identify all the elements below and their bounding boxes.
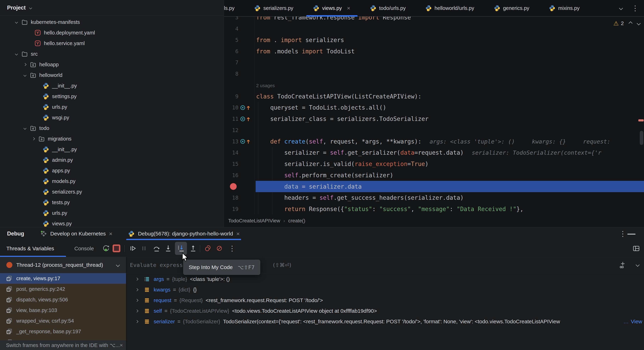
tree-item-hello-deployment-yaml[interactable]: hello.deployment.yaml xyxy=(0,27,224,38)
tree-item-models-py[interactable]: models.py xyxy=(0,176,224,186)
frame-row[interactable]: create, views.py:17 xyxy=(0,273,126,284)
add-watch-icon[interactable] xyxy=(618,261,627,269)
hide-tool-window-icon[interactable] xyxy=(627,234,636,235)
view-link[interactable]: View xyxy=(631,319,642,324)
next-problem-icon[interactable] xyxy=(637,21,641,25)
editor-tab-mixins-py[interactable]: mixins.py xyxy=(539,0,589,16)
line-number[interactable]: 5 xyxy=(224,37,238,43)
tree-item-serializers-py[interactable]: serializers.py xyxy=(0,186,224,197)
code-text[interactable]: self.perform_create(serializer) xyxy=(256,172,644,179)
line-number[interactable]: 3 xyxy=(224,16,238,20)
code-text[interactable]: class TodoCreateListAPIView(ListCreateAP… xyxy=(256,93,644,100)
code-line-12[interactable]: 12 xyxy=(224,125,644,136)
frame-row[interactable]: post, generics.py:242 xyxy=(0,284,126,294)
code-line-13[interactable]: 13 def create(self, request, *args, **kw… xyxy=(224,136,644,147)
chevron-down-icon[interactable] xyxy=(22,127,28,129)
code-line-3[interactable]: 3from rest_framework.response import Res… xyxy=(224,16,644,23)
code-editor[interactable]: 3from rest_framework.response import Res… xyxy=(224,16,644,214)
code-line-18[interactable]: 18 headers = self.get_success_headers(se… xyxy=(224,192,644,203)
chevron-right-icon[interactable] xyxy=(134,278,139,280)
tree-item-helloworld[interactable]: helloworld xyxy=(0,70,224,80)
frame-row[interactable] xyxy=(0,337,126,340)
pause-button[interactable] xyxy=(138,243,150,254)
line-number[interactable]: 12 xyxy=(224,127,238,133)
code-text[interactable]: from rest_framework.response import Resp… xyxy=(256,16,644,21)
code-line-9[interactable]: 9class TodoCreateListAPIView(ListCreateA… xyxy=(224,91,644,102)
frame-row[interactable]: dispatch, views.py:506 xyxy=(0,294,126,305)
editor-tab-helloworld-urls-py[interactable]: helloworld/urls.py xyxy=(416,0,484,16)
chevron-right-icon[interactable] xyxy=(134,310,139,312)
chevron-down-icon[interactable] xyxy=(22,74,28,76)
debug-toolbar-more-icon[interactable]: ⋮ xyxy=(226,243,238,254)
tree-item--init-py[interactable]: __init__.py xyxy=(0,144,224,155)
close-icon[interactable]: × xyxy=(109,231,112,237)
tree-item-todo[interactable]: todo xyxy=(0,123,224,134)
line-number[interactable]: 19 xyxy=(224,206,238,212)
tree-item--init-py[interactable]: __init__.py xyxy=(0,80,224,91)
code-text[interactable]: queryset = TodoList.objects.all() xyxy=(256,104,644,111)
line-number[interactable]: 15 xyxy=(224,161,238,167)
watched-value-gutter-icon[interactable] xyxy=(240,116,251,122)
code-text[interactable]: headers = self.get_success_headers(seria… xyxy=(256,194,644,201)
code-line-10[interactable]: 10 queryset = TodoList.objects.all() xyxy=(224,102,644,113)
tree-item-apps-py[interactable]: apps.py xyxy=(0,165,224,176)
chevron-right-icon[interactable] xyxy=(134,321,139,323)
stop-button[interactable] xyxy=(111,243,122,254)
chevron-right-icon[interactable] xyxy=(31,138,36,140)
code-line-14[interactable]: 14 serializer = self.get_serializer(data… xyxy=(224,147,644,158)
tab-list-chevron-down-icon[interactable] xyxy=(619,6,623,10)
previous-problem-icon[interactable] xyxy=(628,21,633,25)
tree-item-urls-py[interactable]: urls.py xyxy=(0,208,224,218)
usages-label[interactable]: 2 usages xyxy=(256,82,644,89)
code-line-6[interactable]: 6from .models import TodoList xyxy=(224,46,644,57)
editor-tab-serializers-py[interactable]: serializers.py xyxy=(244,0,303,16)
tree-item-kubernetes-manifests[interactable]: kubernetes-manifests xyxy=(0,17,224,27)
chevron-down-icon[interactable] xyxy=(116,263,120,267)
debug-tab-debug-5678-django-python-hello-world[interactable]: Debug(5678): django-python-hello-world× xyxy=(128,227,240,240)
line-number[interactable]: 8 xyxy=(224,71,238,77)
tree-item-hello-service-yaml[interactable]: hello.service.yaml xyxy=(0,38,224,49)
breakpoint-icon[interactable] xyxy=(230,183,237,190)
step-over-button[interactable] xyxy=(151,243,162,254)
chevron-down-icon[interactable] xyxy=(29,6,32,9)
debug-tab-develop-on-kubernetes[interactable]: Develop on Kubernetes× xyxy=(40,227,112,240)
resume-button[interactable] xyxy=(127,243,138,254)
code-text[interactable]: return Response({"status": "success", "m… xyxy=(256,205,644,212)
code-text[interactable]: serializer = self.get_serializer(data=re… xyxy=(256,149,644,156)
variable-row-self[interactable]: self={TodoCreateListAPIView}<todo.views.… xyxy=(126,306,644,316)
editor-more-options-icon[interactable]: ⋮ xyxy=(632,4,639,12)
code-line-19[interactable]: 19 return Response({"status": "success",… xyxy=(224,203,644,214)
code-line-5[interactable]: 5from . import serializers xyxy=(224,34,644,46)
step-out-button[interactable] xyxy=(188,243,199,254)
frame-row[interactable]: _get_response, base.py:197 xyxy=(0,326,126,337)
line-number[interactable]: 4 xyxy=(224,26,238,32)
editor-tab-todo-urls-py[interactable]: todo/urls.py xyxy=(360,0,416,16)
editor-tab-generics-py[interactable]: generics.py xyxy=(484,0,539,16)
variable-row-args[interactable]: args={tuple}<class 'tuple'>: () xyxy=(126,274,644,284)
tree-item-admin-py[interactable]: admin.py xyxy=(0,155,224,165)
usages-row[interactable]: 2 usages xyxy=(224,80,644,91)
code-text[interactable]: def create(self, request, *args, **kwarg… xyxy=(256,138,644,145)
thread-selector[interactable]: Thread-12 (process_request_thread) xyxy=(0,257,126,273)
tree-item-settings-py[interactable]: settings.py xyxy=(0,91,224,102)
close-icon[interactable]: × xyxy=(120,343,123,348)
editor-tab-views-py[interactable]: views.py× xyxy=(303,0,360,16)
tab-threads-variables[interactable]: Threads & Variables xyxy=(6,246,54,252)
chevron-right-icon[interactable] xyxy=(134,299,139,301)
code-line-15[interactable]: 15 serializer.is_valid(raise_exception=T… xyxy=(224,158,644,170)
chevron-down-icon[interactable] xyxy=(14,21,19,23)
error-stripe-mark[interactable] xyxy=(638,119,644,121)
code-line-8[interactable]: 8 xyxy=(224,68,644,80)
line-number[interactable]: 13 xyxy=(224,138,238,145)
frame-row[interactable]: view, base.py:103 xyxy=(0,305,126,316)
tree-item-migrations[interactable]: migrations xyxy=(0,134,224,144)
project-panel-header[interactable]: Project xyxy=(0,0,224,16)
line-number[interactable]: 14 xyxy=(224,150,238,156)
line-number[interactable]: 10 xyxy=(224,104,238,111)
code-line-4[interactable]: 4 xyxy=(224,23,644,34)
chevron-down-icon[interactable] xyxy=(636,263,640,267)
line-number[interactable]: 6 xyxy=(224,48,238,54)
code-text[interactable]: from .models import TodoList xyxy=(256,48,644,55)
code-text[interactable]: serializer.is_valid(raise_exception=True… xyxy=(256,161,644,168)
variable-row-kwargs[interactable]: kwargs={dict}{} xyxy=(126,284,644,295)
